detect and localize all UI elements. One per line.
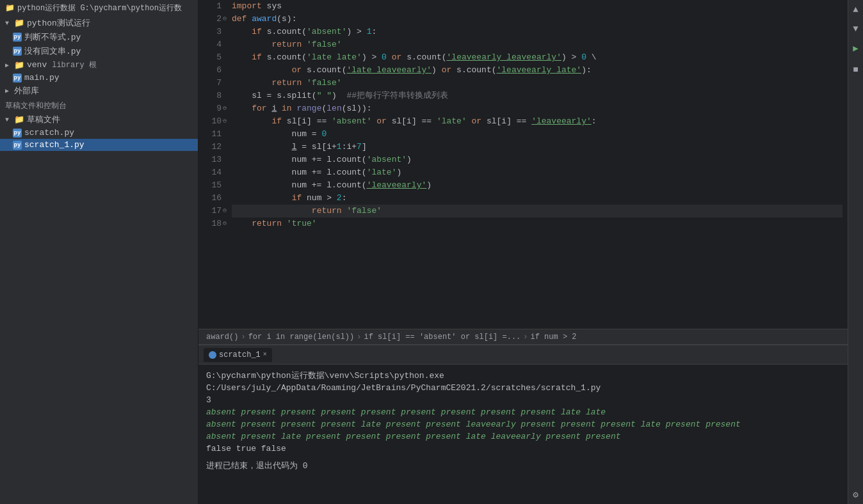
terminal-tab-scratch1[interactable]: scratch_1 × (204, 348, 272, 362)
sidebar-label-scratch-1: scratch_1.py (24, 140, 85, 150)
terminal-body[interactable]: G:\pycharm\python运行数据\venv\Scripts\pytho… (198, 365, 848, 504)
ln-12: 12 (204, 141, 222, 154)
terminal-tab-bar: scratch_1 × (198, 345, 848, 365)
sidebar-label-scratch-folder: 草稿文件 (27, 114, 60, 125)
sidebar-item-main[interactable]: py main.py (0, 72, 198, 84)
ln-15: 15 (204, 179, 222, 192)
code-content[interactable]: import sys def award(s): if s.count('abs… (227, 0, 848, 329)
code-line-5: if s.count('late late') > 0 or s.count('… (232, 51, 843, 64)
sidebar-item-external[interactable]: ▶ 外部库 (0, 84, 198, 98)
folder-icon-venv: 📁 (14, 60, 24, 70)
breadcrumb-item-3[interactable]: if sl[i] == 'absent' or sl[i] =... (364, 333, 520, 342)
ln-5: 5 (204, 51, 222, 64)
scratch-section-label: 草稿文件和控制台 (0, 98, 198, 113)
fold-icon-2[interactable]: ⊖ (202, 13, 227, 26)
code-line-17: return 'false' (232, 205, 843, 217)
run-btn[interactable]: ▶ (849, 41, 863, 55)
py-icon-scratch-1: py (13, 141, 22, 150)
py-icon-noreturn: py (13, 47, 22, 56)
folder-icon-test: 📁 (14, 18, 24, 28)
code-line-18: return 'true' (232, 217, 843, 230)
ln-4: 4 (204, 38, 222, 51)
settings-btn[interactable]: ⚙ (849, 487, 863, 501)
code-line-10: if sl[i] == 'absent' or sl[i] == 'late' … (232, 115, 843, 128)
side-tools: ▲ ▼ ▶ ■ ⚙ (848, 0, 863, 504)
fold-icon-9[interactable]: ⊖ (202, 102, 227, 115)
code-line-6: or s.count('late leaveearly') or s.count… (232, 64, 843, 77)
code-line-2: def award(s): (232, 13, 843, 26)
arrow-right-icon-venv: ▶ (5, 61, 12, 69)
ln-6: 6 (204, 64, 222, 77)
ln-2: 2 ⊖ (204, 13, 222, 26)
terminal-output-process: 进程已结束，退出代码为 0 (206, 460, 840, 472)
library-root-label: library 根 (52, 59, 97, 70)
terminal-tab-close[interactable]: × (263, 351, 267, 358)
sidebar-item-judge[interactable]: py 判断不等式.py (0, 30, 198, 44)
stop-btn[interactable]: ■ (849, 63, 863, 77)
breadcrumb-sep-2: › (357, 333, 361, 342)
code-lines-container[interactable]: 1 2 ⊖ 3 4 5 6 7 8 9 ⊖ 10 ⊖ 11 (198, 0, 848, 329)
py-icon-judge: py (13, 33, 22, 42)
py-icon-main: py (13, 74, 22, 83)
fold-icon-17[interactable]: ⊖ (202, 205, 227, 217)
terminal-output-line1: absent present present present present p… (206, 406, 840, 418)
code-line-14: num += l.count('late') (232, 166, 843, 179)
terminal-output-num: 3 (206, 394, 840, 406)
sidebar-label-noreturn: 没有回文串.py (24, 45, 81, 57)
sidebar-label-judge: 判断不等式.py (24, 31, 81, 43)
breadcrumb-bar: award() › for i in range(len(sl)) › if s… (198, 329, 848, 344)
scroll-down-btn[interactable]: ▼ (849, 22, 863, 36)
ln-18: 18 ⊖ (204, 217, 222, 230)
sidebar-label-venv: venv (27, 60, 47, 70)
terminal-output-line2: absent present present present late pres… (206, 418, 840, 430)
code-editor: 1 2 ⊖ 3 4 5 6 7 8 9 ⊖ 10 ⊖ 11 (198, 0, 848, 329)
sidebar-item-venv[interactable]: ▶ 📁 venv library 根 (0, 58, 198, 72)
scroll-up-btn[interactable]: ▲ (849, 3, 863, 17)
sidebar-item-scratch-py[interactable]: py scratch.py (0, 127, 198, 139)
ln-1: 1 (204, 0, 222, 13)
line-numbers: 1 2 ⊖ 3 4 5 6 7 8 9 ⊖ 10 ⊖ 11 (198, 0, 227, 329)
terminal-output-line3: absent present late present present pres… (206, 430, 840, 443)
fold-icon-18[interactable]: ⊖ (202, 217, 227, 230)
code-line-11: num = 0 (232, 128, 843, 141)
ln-8: 8 (204, 90, 222, 102)
terminal: scratch_1 × G:\pycharm\python运行数据\venv\S… (198, 344, 848, 504)
sidebar-label-scratch: scratch.py (24, 128, 74, 138)
sidebar-header: 📁 python运行数据 G:\pycharm\python运行数 (0, 0, 198, 16)
code-line-8: sl = s.split(" ") ##把每行字符串转换成列表 (232, 90, 843, 102)
code-line-13: num += l.count('absent') (232, 154, 843, 166)
py-icon-scratch: py (13, 129, 22, 138)
code-line-16: if num > 2: (232, 192, 843, 205)
ln-16: 16 (204, 192, 222, 205)
code-line-3: if s.count('absent') > 1: (232, 26, 843, 38)
ln-11: 11 (204, 128, 222, 141)
code-line-4: return 'false' (232, 38, 843, 51)
ln-14: 14 (204, 166, 222, 179)
breadcrumb-sep-1: › (241, 333, 245, 342)
sidebar-item-noreturn[interactable]: py 没有回文串.py (0, 44, 198, 58)
breadcrumb-item-2[interactable]: for i in range(len(sl)) (248, 333, 355, 342)
breadcrumb-item-1[interactable]: award() (206, 333, 238, 342)
folder-icon: 📁 (5, 3, 15, 13)
arrow-down-icon: ▼ (5, 20, 12, 27)
sidebar-title: python运行数据 G:\pycharm\python运行数 (17, 3, 182, 13)
terminal-tab-label: scratch_1 (219, 350, 261, 359)
fold-icon-10[interactable]: ⊖ (202, 115, 227, 128)
sidebar: 📁 python运行数据 G:\pycharm\python运行数 ▼ 📁 py… (0, 0, 198, 504)
ln-7: 7 (204, 77, 222, 90)
ln-9: 9 ⊖ (204, 102, 222, 115)
sidebar-item-scratch-1-py[interactable]: py scratch_1.py (0, 139, 198, 151)
arrow-down-icon-scratch: ▼ (5, 116, 12, 123)
folder-icon-scratch: 📁 (14, 114, 24, 125)
breadcrumb-item-4[interactable]: if num > 2 (531, 333, 577, 342)
code-line-15: num += l.count('leaveearly') (232, 179, 843, 192)
code-line-1: import sys (232, 0, 843, 13)
sidebar-label-external: 外部库 (14, 85, 39, 97)
sidebar-item-scratch-folder[interactable]: ▼ 📁 草稿文件 (0, 113, 198, 127)
ln-10: 10 ⊖ (204, 115, 222, 128)
sidebar-item-python-test[interactable]: ▼ 📁 python测试运行 (0, 16, 198, 30)
ln-17: 17 ⊖ (204, 205, 222, 217)
ln-3: 3 (204, 26, 222, 38)
sidebar-label-main: main.py (24, 73, 60, 83)
ln-13: 13 (204, 154, 222, 166)
